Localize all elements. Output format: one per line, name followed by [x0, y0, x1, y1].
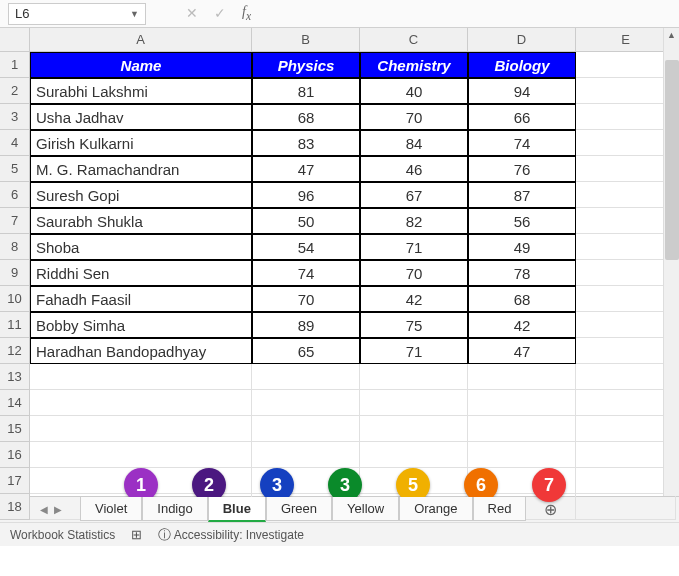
- cell-C12[interactable]: 71: [360, 338, 468, 364]
- scroll-thumb[interactable]: [665, 60, 679, 260]
- column-header-B[interactable]: B: [252, 28, 360, 52]
- row-header-2[interactable]: 2: [0, 78, 30, 104]
- row-header-9[interactable]: 9: [0, 260, 30, 286]
- cell-E13[interactable]: [576, 364, 676, 390]
- cell-D8[interactable]: 49: [468, 234, 576, 260]
- row-header-6[interactable]: 6: [0, 182, 30, 208]
- cell-A6[interactable]: Suresh Gopi: [30, 182, 252, 208]
- cell-B12[interactable]: 65: [252, 338, 360, 364]
- name-box[interactable]: L6 ▼: [8, 3, 146, 25]
- cell-D5[interactable]: 76: [468, 156, 576, 182]
- cell-A7[interactable]: Saurabh Shukla: [30, 208, 252, 234]
- cell-D7[interactable]: 56: [468, 208, 576, 234]
- cell-C15[interactable]: [360, 416, 468, 442]
- cell-B9[interactable]: 74: [252, 260, 360, 286]
- row-header-17[interactable]: 17: [0, 468, 30, 494]
- row-header-15[interactable]: 15: [0, 416, 30, 442]
- row-header-14[interactable]: 14: [0, 390, 30, 416]
- cell-C11[interactable]: 75: [360, 312, 468, 338]
- cell-B13[interactable]: [252, 364, 360, 390]
- cell-A4[interactable]: Girish Kulkarni: [30, 130, 252, 156]
- cell-E3[interactable]: [576, 104, 676, 130]
- cell-B11[interactable]: 89: [252, 312, 360, 338]
- cell-D9[interactable]: 78: [468, 260, 576, 286]
- cell-E4[interactable]: [576, 130, 676, 156]
- cell-B6[interactable]: 96: [252, 182, 360, 208]
- cell-A11[interactable]: Bobby Simha: [30, 312, 252, 338]
- select-all-corner[interactable]: [0, 28, 30, 52]
- cell-D2[interactable]: 94: [468, 78, 576, 104]
- cell-E7[interactable]: [576, 208, 676, 234]
- cell-C9[interactable]: 70: [360, 260, 468, 286]
- cell-A16[interactable]: [30, 442, 252, 468]
- cell-D3[interactable]: 66: [468, 104, 576, 130]
- cell-E2[interactable]: [576, 78, 676, 104]
- cell-C4[interactable]: 84: [360, 130, 468, 156]
- row-header-12[interactable]: 12: [0, 338, 30, 364]
- row-header-7[interactable]: 7: [0, 208, 30, 234]
- cell-B16[interactable]: [252, 442, 360, 468]
- cell-D6[interactable]: 87: [468, 182, 576, 208]
- sheet-tab-violet[interactable]: Violet: [80, 497, 142, 521]
- cell-C13[interactable]: [360, 364, 468, 390]
- cell-B15[interactable]: [252, 416, 360, 442]
- cell-B2[interactable]: 81: [252, 78, 360, 104]
- fx-icon[interactable]: fx: [242, 4, 251, 23]
- cell-E9[interactable]: [576, 260, 676, 286]
- cell-D11[interactable]: 42: [468, 312, 576, 338]
- cell-C10[interactable]: 42: [360, 286, 468, 312]
- vertical-scrollbar[interactable]: ▲: [663, 28, 679, 496]
- sheet-tab-yellow[interactable]: Yellow: [332, 497, 399, 521]
- cell-C8[interactable]: 71: [360, 234, 468, 260]
- cell-D12[interactable]: 47: [468, 338, 576, 364]
- column-header-C[interactable]: C: [360, 28, 468, 52]
- cell-C7[interactable]: 82: [360, 208, 468, 234]
- cell-A12[interactable]: Haradhan Bandopadhyay: [30, 338, 252, 364]
- cell-E11[interactable]: [576, 312, 676, 338]
- sheet-tab-red[interactable]: Red: [473, 497, 527, 521]
- cell-E8[interactable]: [576, 234, 676, 260]
- cell-D4[interactable]: 74: [468, 130, 576, 156]
- row-header-1[interactable]: 1: [0, 52, 30, 78]
- cell-B10[interactable]: 70: [252, 286, 360, 312]
- cell-A14[interactable]: [30, 390, 252, 416]
- cell-A9[interactable]: Riddhi Sen: [30, 260, 252, 286]
- cell-C3[interactable]: 70: [360, 104, 468, 130]
- row-header-8[interactable]: 8: [0, 234, 30, 260]
- cell-D1[interactable]: Biology: [468, 52, 576, 78]
- cell-A1[interactable]: Name: [30, 52, 252, 78]
- row-header-13[interactable]: 13: [0, 364, 30, 390]
- row-header-3[interactable]: 3: [0, 104, 30, 130]
- cell-A10[interactable]: Fahadh Faasil: [30, 286, 252, 312]
- cell-D14[interactable]: [468, 390, 576, 416]
- cell-E6[interactable]: [576, 182, 676, 208]
- cell-C6[interactable]: 67: [360, 182, 468, 208]
- row-header-16[interactable]: 16: [0, 442, 30, 468]
- cell-D16[interactable]: [468, 442, 576, 468]
- cell-E18[interactable]: [576, 494, 676, 520]
- scroll-up-icon[interactable]: ▲: [664, 28, 679, 42]
- cell-E17[interactable]: [576, 468, 676, 494]
- cell-D13[interactable]: [468, 364, 576, 390]
- cell-E12[interactable]: [576, 338, 676, 364]
- cell-A15[interactable]: [30, 416, 252, 442]
- workbook-statistics[interactable]: Workbook Statistics: [10, 528, 115, 542]
- cell-E15[interactable]: [576, 416, 676, 442]
- row-header-18[interactable]: 18: [0, 494, 30, 520]
- cell-B1[interactable]: Physics: [252, 52, 360, 78]
- display-settings-icon[interactable]: ⊞: [131, 527, 142, 542]
- cell-B4[interactable]: 83: [252, 130, 360, 156]
- cell-A2[interactable]: Surabhi Lakshmi: [30, 78, 252, 104]
- cell-C2[interactable]: 40: [360, 78, 468, 104]
- row-header-11[interactable]: 11: [0, 312, 30, 338]
- sheet-tab-orange[interactable]: Orange: [399, 497, 472, 521]
- row-header-5[interactable]: 5: [0, 156, 30, 182]
- cell-B3[interactable]: 68: [252, 104, 360, 130]
- accessibility-status[interactable]: ⓘ Accessibility: Investigate: [158, 526, 304, 544]
- cell-A5[interactable]: M. G. Ramachandran: [30, 156, 252, 182]
- column-header-D[interactable]: D: [468, 28, 576, 52]
- cell-B5[interactable]: 47: [252, 156, 360, 182]
- cell-A3[interactable]: Usha Jadhav: [30, 104, 252, 130]
- cell-C5[interactable]: 46: [360, 156, 468, 182]
- cell-C1[interactable]: Chemistry: [360, 52, 468, 78]
